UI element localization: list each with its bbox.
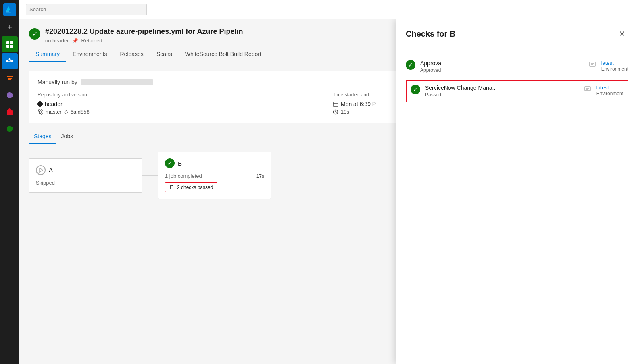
sidebar-item-pipelines[interactable] (2, 53, 18, 69)
stage-b-name: B (178, 160, 182, 167)
svg-rect-17 (585, 87, 590, 91)
check-servicenow-left: ✓ ServiceNow Change Mana... Passed (411, 85, 497, 98)
tab-scans[interactable]: Scans (150, 47, 179, 62)
sidebar-item-artifacts[interactable] (2, 87, 18, 103)
stage-card-b: ✓ B 1 job completed 17s 🗒 2 checks passe… (158, 152, 271, 199)
svg-rect-1 (10, 41, 13, 44)
check-approval-env: latest Environment (601, 60, 628, 72)
tab-environments[interactable]: Environments (66, 47, 114, 62)
duration-value: 19s (341, 109, 349, 115)
sidebar-item-testplans[interactable] (2, 70, 18, 86)
commit-sep: ◇ (64, 109, 68, 115)
pipeline-subtitle: on header 📌 Retained (45, 37, 243, 44)
tab-releases[interactable]: Releases (114, 47, 150, 62)
manually-run-value (81, 79, 153, 85)
svg-rect-16 (590, 62, 595, 66)
svg-point-10 (38, 110, 40, 111)
stage-b-status: 1 job completed (165, 173, 202, 179)
stage-a-status: Skipped (36, 180, 135, 186)
check-approval-info: Approval Approved (420, 60, 442, 73)
svg-marker-15 (40, 168, 43, 172)
check-servicenow-icon: ✓ (411, 85, 420, 94)
pipeline-title: #20201228.2 Update azure-pipelines.yml f… (45, 27, 243, 36)
check-servicenow-env: latest Environment (596, 85, 623, 96)
svg-rect-2 (6, 45, 9, 48)
checks-panel: Checks for B ✕ ✓ Approval Approved (396, 19, 638, 364)
check-approval-name: Approval (420, 60, 442, 67)
check-item-approval: ✓ Approval Approved (406, 55, 628, 78)
branch-icon (38, 109, 43, 115)
svg-point-6 (11, 60, 13, 62)
sidebar-item-boards[interactable] (2, 36, 18, 52)
repo-section: Repository and version header (38, 92, 325, 115)
check-servicenow-env-label: Environment (596, 91, 623, 96)
svg-rect-9 (7, 110, 13, 115)
check-approval-env-link[interactable]: latest (601, 60, 628, 66)
stage-a-icon (36, 165, 46, 175)
check-approval-env-label: Environment (601, 66, 628, 72)
retained-badge: Retained (81, 37, 102, 44)
env-servicenow-icon (584, 85, 592, 93)
repo-label: Repository and version (38, 92, 325, 98)
check-servicenow-env-link[interactable]: latest (596, 85, 623, 91)
search-input[interactable] (26, 4, 147, 15)
commit-hash: 6afd858 (71, 109, 90, 115)
panel-body: ✓ Approval Approved (396, 47, 638, 364)
page-content: ✓ #20201228.2 Update azure-pipelines.yml… (19, 19, 638, 364)
env-approval-icon (588, 60, 596, 68)
branch-name: master (46, 109, 62, 115)
branch-row: master ◇ 6afd858 (38, 109, 325, 115)
stage-b-icon: ✓ (165, 158, 175, 168)
svg-point-4 (6, 60, 8, 62)
check-servicenow-sub: Passed (425, 92, 497, 98)
svg-rect-13 (333, 102, 338, 106)
stage-a-name: A (49, 166, 53, 173)
stage-b-meta: 1 job completed 17s (165, 173, 264, 179)
pin-icon: 📌 (72, 38, 78, 44)
check-approval-right: latest Environment (588, 60, 628, 72)
pipeline-context: on header (45, 37, 69, 44)
sidebar: + (0, 0, 19, 364)
manually-run-label: Manually run by (38, 79, 77, 85)
tab-summary[interactable]: Summary (29, 47, 66, 62)
sj-tab-stages[interactable]: Stages (29, 130, 56, 144)
sidebar-item-security[interactable] (2, 121, 18, 137)
stage-a-header: A (36, 165, 135, 175)
svg-point-11 (41, 113, 42, 114)
panel-close-button[interactable]: ✕ (615, 27, 628, 40)
svg-point-12 (41, 110, 42, 111)
check-servicenow-name: ServiceNow Change Mana... (425, 85, 497, 91)
checks-passed-label: 2 checks passed (177, 185, 213, 190)
svg-rect-0 (6, 41, 9, 44)
clock-icon (333, 109, 338, 115)
pipeline-success-icon: ✓ (29, 28, 40, 40)
stage-card-a: A Skipped (29, 158, 142, 193)
diamond-icon (37, 101, 44, 108)
svg-rect-3 (10, 45, 13, 48)
check-approval-left: ✓ Approval Approved (406, 60, 442, 73)
check-servicenow-info: ServiceNow Change Mana... Passed (425, 85, 497, 98)
stage-b-duration: 17s (256, 173, 264, 179)
checks-passed-button[interactable]: 🗒 2 checks passed (165, 182, 217, 192)
sidebar-item-packages[interactable] (2, 104, 18, 120)
check-servicenow-right: latest Environment (584, 85, 623, 96)
check-item-servicenow: ✓ ServiceNow Change Mana... Passed (406, 80, 628, 102)
check-approval-sub: Approved (420, 67, 442, 73)
top-bar (19, 0, 638, 19)
main-content: ✓ #20201228.2 Update azure-pipelines.yml… (19, 0, 638, 364)
repo-name-row: header (38, 101, 325, 107)
checks-icon: 🗒 (169, 184, 175, 190)
repo-name: header (45, 101, 63, 107)
tab-whitesource[interactable]: WhiteSource Bolt Build Report (179, 47, 268, 62)
check-approval-icon: ✓ (406, 60, 415, 70)
panel-header: Checks for B ✕ (396, 19, 638, 47)
stage-connector (142, 175, 158, 176)
sj-tab-jobs[interactable]: Jobs (56, 130, 78, 144)
time-value: Mon at 6:39 P (341, 101, 376, 107)
svg-point-5 (9, 58, 11, 60)
app-logo[interactable] (3, 3, 16, 16)
sidebar-item-add[interactable]: + (2, 19, 18, 35)
stage-b-header: ✓ B (165, 158, 264, 168)
panel-title: Checks for B (406, 29, 455, 39)
calendar-icon (333, 101, 338, 107)
